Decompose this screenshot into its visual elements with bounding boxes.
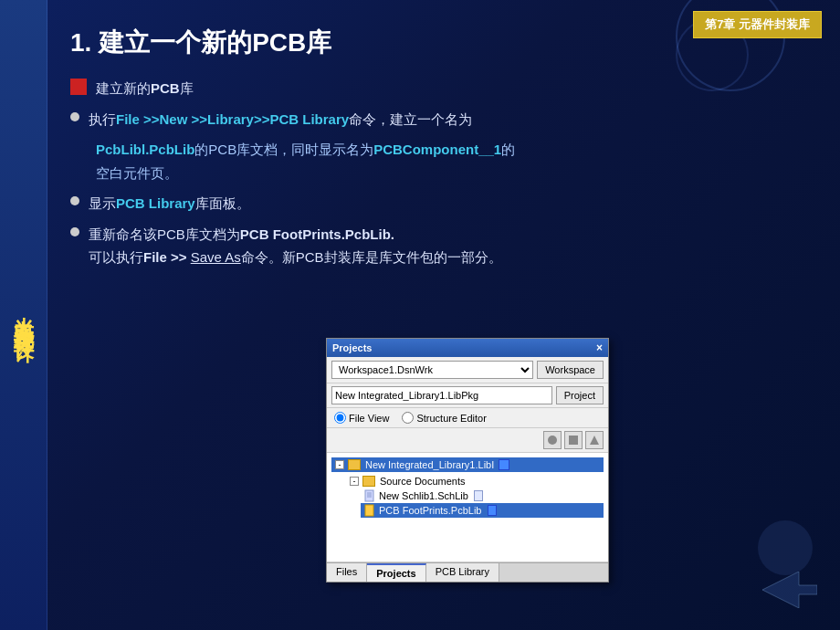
svg-rect-3: [365, 490, 373, 501]
circle-bullet-icon-2: [70, 196, 79, 205]
panel-libpkg-row: Project: [327, 383, 608, 408]
panel-tabs: Files Projects PCB Library: [327, 562, 608, 582]
svg-point-0: [548, 436, 557, 445]
bullet-3-text: 显示PCB Library库面板。: [89, 192, 250, 215]
bullet-4-text: 重新命名该PCB库文档为PCB FootPrints.PcbLib. 可以执行F…: [89, 223, 502, 269]
toolbar-btn-2[interactable]: [564, 431, 583, 449]
tab-files[interactable]: Files: [327, 563, 367, 582]
pcb-library-text: PCB Library: [116, 195, 195, 211]
schlib-label: New Schlib1.SchLib: [379, 490, 468, 501]
panel-close-button[interactable]: ×: [596, 341, 603, 354]
collapse-icon-source[interactable]: -: [350, 477, 359, 486]
circle-bullet-icon-3: [70, 227, 79, 236]
panel-title: Projects: [332, 342, 372, 353]
red-bullet-icon: [70, 79, 87, 95]
chapter-badge: 第7章 元器件封装库: [693, 11, 822, 38]
structure-editor-radio[interactable]: Structure Editor: [402, 412, 486, 424]
toolbar-btn-3[interactable]: [585, 431, 604, 449]
sidebar: 光电系统课程设计: [0, 0, 47, 630]
libpkg-input[interactable]: [331, 386, 552, 404]
root-file-icon: [499, 459, 509, 470]
bullet-item-3: 显示PCB Library库面板。: [70, 192, 813, 215]
arrow-decoration: [762, 572, 817, 612]
pcblib-icon: [364, 504, 377, 517]
panel-toolbar: [327, 428, 608, 453]
panel-titlebar: Projects ×: [327, 339, 608, 357]
main-content: 第7章 元器件封装库 1. 建立一个新的PCB库 建立新的PCB库 执行File…: [47, 0, 840, 630]
command-text: File >>New >>Library>>PCB Library: [116, 111, 349, 127]
indent-block-1: PcbLibl.PcbLib的PCB库文档，同时显示名为PCBComponent…: [96, 138, 813, 184]
root-folder-icon: [348, 459, 361, 470]
tree-schlib-file[interactable]: New Schlib1.SchLib: [361, 488, 604, 503]
svg-marker-2: [590, 436, 599, 445]
circle-bullet-icon-1: [70, 112, 79, 121]
file-view-label: File View: [349, 413, 389, 424]
sidebar-label: 光电系统课程设计: [10, 300, 37, 330]
project-button[interactable]: Project: [556, 386, 604, 404]
svg-marker-8: [762, 572, 817, 608]
panel-tree: - New Integrated_Library1.LibI - Source …: [327, 453, 608, 562]
bullet-item-1: 建立新的PCB库: [70, 77, 813, 100]
tab-projects[interactable]: Projects: [367, 563, 425, 582]
svg-rect-7: [365, 505, 373, 516]
bullet-1-text: 建立新的PCB库: [96, 77, 194, 100]
schlib-icon: [364, 489, 377, 502]
pcblib-file-icon: [488, 505, 497, 516]
source-docs-label: Source Documents: [380, 476, 466, 487]
projects-panel: Projects × Workspace1.DsnWrk Workspace P…: [326, 338, 609, 583]
file-text: File >>: [143, 249, 191, 265]
pcblib-label: PCB FootPrints.PcbLib: [379, 505, 482, 516]
structure-editor-label: Structure Editor: [416, 413, 486, 424]
bullet-item-2: 执行File >>New >>Library>>PCB Library命令，建立…: [70, 108, 813, 131]
content-area: 建立新的PCB库 执行File >>New >>Library>>PCB Lib…: [70, 77, 813, 269]
tree-source-docs[interactable]: - Source Documents: [346, 474, 604, 488]
panel-workspace-row: Workspace1.DsnWrk Workspace: [327, 357, 608, 383]
tree-root-node[interactable]: - New Integrated_Library1.LibI: [331, 457, 604, 472]
pcb-footprints-text: PCB FootPrints.PcbLib.: [240, 226, 394, 242]
tree-pcblib-file[interactable]: PCB FootPrints.PcbLib: [361, 503, 604, 518]
tab-pcb-library[interactable]: PCB Library: [426, 563, 499, 582]
save-as-text: Save As: [191, 249, 241, 265]
pcblibl-text: PcbLibl.PcbLib: [96, 142, 194, 157]
schlib-file-icon: [474, 490, 483, 501]
pcbcomponent-text: PCBComponent__1: [373, 142, 501, 157]
bullet-4-line2: 可以执行File >> Save As命令。新PCB封装库是库文件包的一部分。: [89, 249, 502, 265]
workspace-button[interactable]: Workspace: [537, 361, 604, 379]
svg-rect-1: [569, 436, 578, 445]
workspace-dropdown[interactable]: Workspace1.DsnWrk: [331, 361, 533, 379]
arrow-icon: [762, 572, 817, 608]
root-label: New Integrated_Library1.LibI: [365, 459, 494, 470]
source-folder-icon: [362, 476, 375, 487]
toolbar-btn-1[interactable]: [543, 431, 562, 449]
bullet-item-4: 重新命名该PCB库文档为PCB FootPrints.PcbLib. 可以执行F…: [70, 223, 813, 269]
file-view-radio[interactable]: File View: [334, 412, 389, 424]
panel-radio-row: File View Structure Editor: [327, 408, 608, 428]
bullet-2-text: 执行File >>New >>Library>>PCB Library命令，建立…: [89, 108, 472, 131]
pcb-text: PCB: [151, 80, 180, 96]
collapse-icon-root[interactable]: -: [335, 460, 344, 469]
